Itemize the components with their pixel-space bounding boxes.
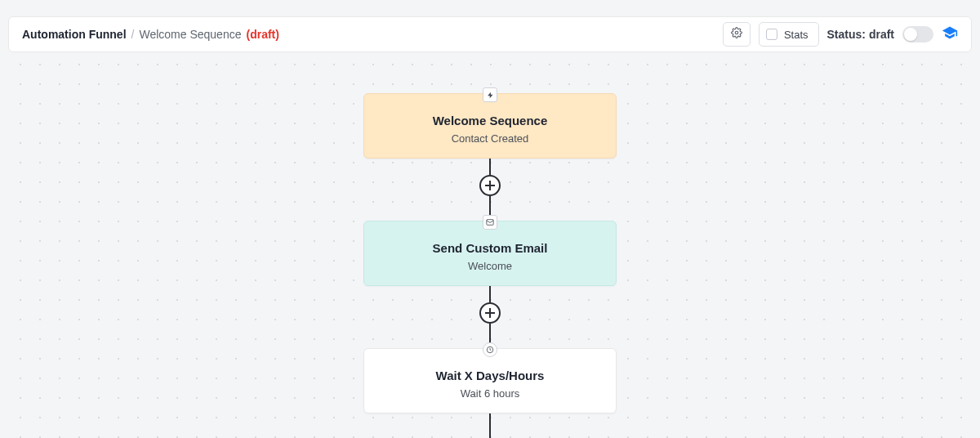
breadcrumb-draft-tag: (draft) — [246, 28, 278, 41]
breadcrumb: Automation Funnel / Welcome Sequence (dr… — [22, 28, 279, 41]
node-title: Wait X Days/Hours — [377, 369, 603, 382]
node-title: Send Custom Email — [377, 241, 603, 255]
email-icon — [483, 215, 497, 230]
breadcrumb-current: Welcome Sequence — [139, 28, 241, 41]
flow-container: Welcome Sequence Contact Created Send Cu… — [363, 93, 617, 438]
node-subtitle: Wait 6 hours — [377, 387, 603, 400]
stats-checkbox — [766, 29, 777, 40]
node-subtitle: Welcome — [377, 260, 603, 272]
breadcrumb-root[interactable]: Automation Funnel — [22, 28, 127, 41]
connector-line — [489, 286, 491, 302]
status-label: Status: draft — [827, 28, 894, 41]
node-subtitle: Contact Created — [377, 132, 603, 145]
node-title: Welcome Sequence — [377, 114, 603, 127]
header-bar: Automation Funnel / Welcome Sequence (dr… — [8, 16, 972, 52]
connector-line — [489, 413, 491, 438]
email-node[interactable]: Send Custom Email Welcome — [363, 221, 617, 286]
svg-point-0 — [735, 31, 738, 34]
trigger-node[interactable]: Welcome Sequence Contact Created — [363, 93, 617, 159]
breadcrumb-separator: / — [131, 28, 135, 41]
settings-button[interactable] — [723, 22, 751, 47]
connector-line — [489, 159, 491, 175]
clock-icon — [483, 342, 497, 357]
graduation-cap-icon — [942, 25, 958, 44]
help-button[interactable] — [942, 25, 958, 44]
add-step-button[interactable] — [479, 302, 501, 324]
gear-icon — [731, 27, 742, 42]
status-toggle[interactable] — [902, 26, 933, 42]
toggle-knob — [904, 28, 917, 41]
add-step-button[interactable] — [479, 175, 501, 196]
bolt-icon — [483, 87, 497, 102]
stats-toggle-button[interactable]: Stats — [759, 22, 819, 47]
stats-label: Stats — [784, 29, 808, 41]
header-actions: Stats Status: draft — [723, 22, 958, 47]
wait-node[interactable]: Wait X Days/Hours Wait 6 hours — [363, 348, 617, 413]
flow-canvas[interactable]: Welcome Sequence Contact Created Send Cu… — [8, 52, 972, 438]
